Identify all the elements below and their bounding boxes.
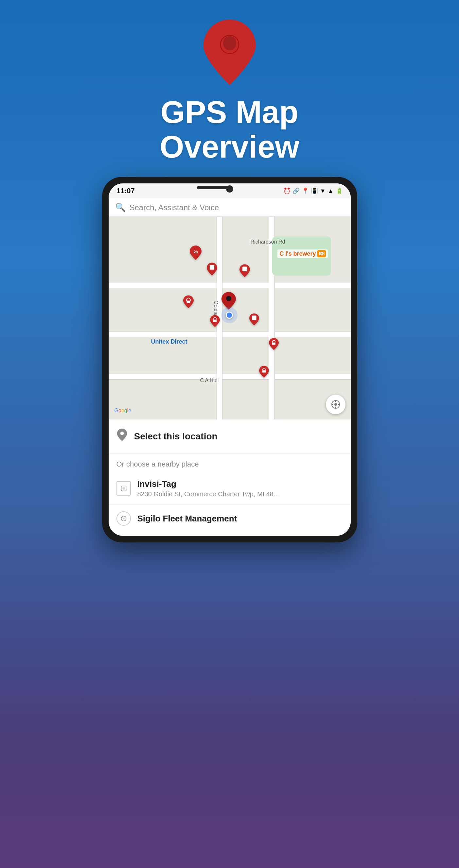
google-logo: Google <box>115 408 132 413</box>
map-pin-1: 🛍 <box>190 246 202 260</box>
place-name-invisi-tag: Invisi-Tag <box>137 479 279 489</box>
search-icon: 🔍 <box>115 203 126 213</box>
phone-speaker <box>197 186 230 189</box>
svg-point-7 <box>226 296 231 301</box>
phone-camera <box>226 185 233 192</box>
road-label-richardson: Richardson Rd <box>251 239 285 245</box>
svg-point-16 <box>334 403 337 406</box>
svg-rect-12 <box>272 343 276 345</box>
select-location-icon <box>116 429 127 444</box>
hero-section: GPS Map Overview <box>160 0 299 177</box>
svg-point-1 <box>223 36 236 50</box>
hero-map-pin-icon <box>203 20 256 85</box>
svg-rect-9 <box>213 320 217 322</box>
vibrate-icon: 📳 <box>311 187 318 194</box>
phone-mockup: 11:07 ⏰ 🔗 📍 📳 ▼ ▲ 🔋 🔍 Search, Assistant … <box>102 177 357 542</box>
map-pin-2 <box>207 262 217 276</box>
nearby-label: Or choose a nearby place <box>109 454 351 472</box>
place-row-invisi-tag[interactable]: Invisi-Tag 8230 Goldie St, Commerce Char… <box>109 472 351 505</box>
map-label-cahull: C A Hull <box>200 378 219 383</box>
place-icon-invisi-tag <box>116 481 131 496</box>
svg-text:🛍: 🛍 <box>193 249 198 254</box>
place-address-invisi-tag: 8230 Goldie St, Commerce Charter Twp, MI… <box>137 490 279 498</box>
svg-point-21 <box>120 432 124 435</box>
map-label-brewery: C l's brewery 🍽 <box>278 249 327 258</box>
battery-icon: 🔋 <box>336 187 343 194</box>
location-icon: 📍 <box>302 187 309 194</box>
svg-rect-3 <box>209 265 214 270</box>
my-location-button[interactable] <box>326 395 345 414</box>
hero-title: GPS Map Overview <box>160 95 299 164</box>
place-info-sigilo: Sigilo Fleet Management <box>137 514 237 524</box>
signal-icon: ▲ <box>328 188 334 194</box>
map-pin-5 <box>210 315 220 327</box>
select-location-text: Select this location <box>134 431 218 442</box>
select-location-row[interactable]: Select this location <box>109 420 351 454</box>
map-pin-3 <box>239 264 250 277</box>
map-label-unitex: Unitex Direct <box>151 338 188 345</box>
share-icon: 🔗 <box>292 187 300 194</box>
svg-rect-10 <box>252 316 256 320</box>
map-pin-6 <box>249 313 259 326</box>
place-name-sigilo: Sigilo Fleet Management <box>137 514 237 524</box>
svg-rect-14 <box>262 370 266 373</box>
svg-rect-6 <box>187 301 190 303</box>
map-pin-7 <box>269 338 279 350</box>
search-input-placeholder: Search, Assistant & Voice <box>130 203 219 212</box>
map-pin-8 <box>259 366 269 378</box>
map-view[interactable]: Richardson Rd Goldie St Unitex Direct C … <box>109 217 351 420</box>
alarm-icon: ⏰ <box>283 187 290 194</box>
status-time: 11:07 <box>116 187 135 195</box>
phone-screen: 11:07 ⏰ 🔗 📍 📳 ▼ ▲ 🔋 🔍 Search, Assistant … <box>109 183 351 536</box>
place-row-sigilo[interactable]: Sigilo Fleet Management <box>109 505 351 536</box>
place-icon-sigilo <box>116 511 131 526</box>
bottom-panel: Select this location Or choose a nearby … <box>109 420 351 536</box>
place-info-invisi-tag: Invisi-Tag 8230 Goldie St, Commerce Char… <box>137 479 279 498</box>
wifi-icon: ▼ <box>320 188 326 194</box>
svg-rect-25 <box>123 518 124 520</box>
svg-rect-4 <box>242 267 247 271</box>
map-pin-4 <box>183 295 194 308</box>
status-icons: ⏰ 🔗 📍 📳 ▼ ▲ 🔋 <box>283 187 343 194</box>
search-bar[interactable]: 🔍 Search, Assistant & Voice <box>109 198 351 217</box>
svg-rect-23 <box>122 488 125 490</box>
